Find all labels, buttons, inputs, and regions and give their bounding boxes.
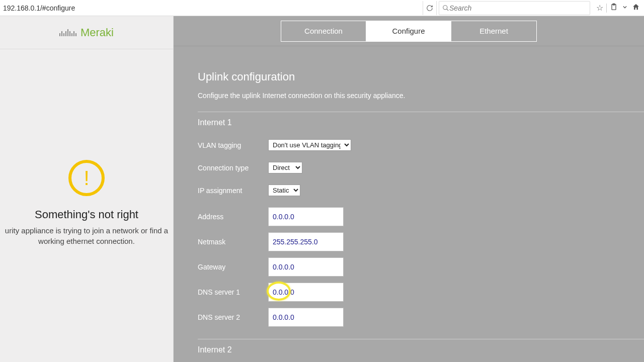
page-subtitle: Configure the uplink Internet connection… [198,92,644,100]
row-netmask: Netmask [198,232,644,251]
app-container: Meraki ! Something's not right urity app… [0,16,644,362]
browser-search[interactable] [439,1,590,15]
main-panel: Connection Configure Ethernet Uplink con… [174,16,644,362]
divider [606,4,607,13]
input-netmask[interactable] [268,232,344,251]
input-dns2[interactable] [268,308,344,327]
label-address: Address [198,213,268,221]
reload-button[interactable] [423,1,437,15]
tabs: Connection Configure Ethernet [281,21,537,42]
input-address[interactable] [268,207,344,226]
downloads-icon[interactable] [621,3,629,13]
cisco-icon [59,29,76,36]
clipboard-icon[interactable] [610,3,618,13]
section-internet1-title: Internet 1 [198,118,644,127]
sidebar: Meraki ! Something's not right urity app… [0,16,174,362]
row-vlan-tagging: VLAN tagging Don't use VLAN tagging [198,139,644,151]
status-text-line1: urity appliance is trying to join a netw… [5,225,168,236]
brand-name: Meraki [80,26,114,39]
row-dns1: DNS server 1 [198,283,644,302]
section-internet2-title: Internet 2 [198,345,644,354]
label-vlan: VLAN tagging [198,141,268,149]
select-connection-type[interactable]: Direct [268,162,302,173]
page-title: Uplink configuration [198,70,644,83]
input-gateway[interactable] [268,257,344,277]
reload-icon [426,5,433,12]
select-ip-assignment[interactable]: Static [268,185,300,196]
svg-line-1 [447,9,449,11]
input-dns1[interactable] [268,283,344,302]
search-icon [442,5,449,12]
row-gateway: Gateway [198,257,644,277]
label-gateway: Gateway [198,263,268,271]
browser-toolbar: ☆ [0,0,644,16]
label-dns1: DNS server 1 [198,288,268,296]
divider [198,112,644,112]
label-ip-assign: IP assignment [198,187,268,195]
status-text-line2: working ethernet connection. [38,236,135,246]
label-netmask: Netmask [198,238,268,246]
brand-logo: Meraki [0,16,173,49]
divider [198,339,644,339]
bookmark-star-icon[interactable]: ☆ [596,3,603,13]
home-icon[interactable] [632,3,640,13]
tab-connection[interactable]: Connection [281,21,366,41]
content: Uplink configuration Configure the uplin… [174,46,644,362]
tabs-row: Connection Configure Ethernet [174,16,644,46]
url-bar[interactable] [0,1,423,16]
warning-icon: ! [68,160,105,196]
row-dns2: DNS server 2 [198,308,644,327]
row-connection-type: Connection type Direct [198,162,644,173]
tab-configure[interactable]: Configure [366,21,451,41]
label-dns2: DNS server 2 [198,313,268,321]
row-address: Address [198,207,644,226]
row-ip-assignment: IP assignment Static [198,185,644,196]
browser-search-input[interactable] [449,4,587,12]
tab-ethernet[interactable]: Ethernet [451,21,536,41]
select-vlan-tagging[interactable]: Don't use VLAN tagging [268,139,351,151]
svg-point-0 [443,5,447,9]
status-panel: ! Something's not right urity appliance … [0,49,173,362]
browser-chrome-icons: ☆ [592,3,644,13]
status-title: Something's not right [35,208,138,221]
label-conn-type: Connection type [198,164,268,172]
